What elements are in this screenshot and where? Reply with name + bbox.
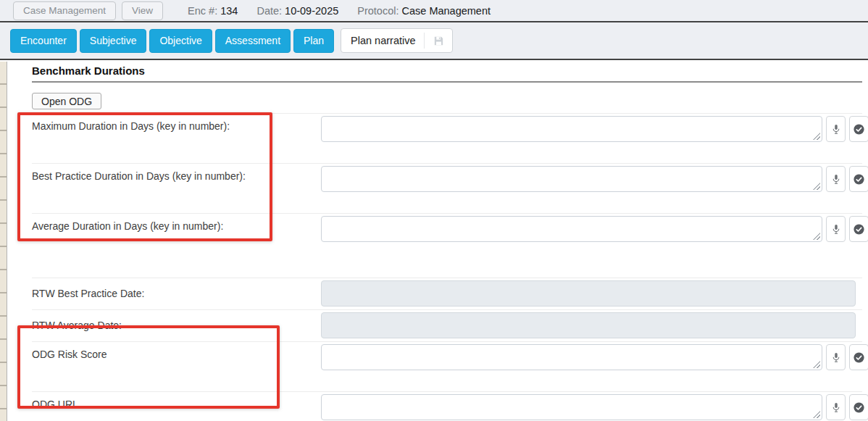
confirm-button[interactable] (849, 216, 868, 242)
check-circle-icon (853, 123, 865, 136)
case-management-button[interactable]: Case Management (13, 1, 116, 20)
plan-narrative-button[interactable]: Plan narrative (341, 28, 452, 53)
field-label: Average Duration in Days (key in number)… (32, 214, 321, 263)
dictate-button[interactable] (826, 394, 846, 420)
enc-label: Enc #: (188, 5, 217, 17)
confirm-button[interactable] (849, 166, 868, 192)
tab-encounter[interactable]: Encounter (10, 29, 77, 53)
check-circle-icon (853, 223, 865, 235)
maximum-duration-input[interactable] (321, 116, 822, 142)
enc-value: 134 (220, 5, 238, 17)
confirm-button[interactable] (849, 394, 868, 420)
open-odg-button[interactable]: Open ODG (32, 93, 101, 109)
field-label: Best Practice Duration in Days (key in n… (32, 164, 321, 213)
textarea-wrap (321, 166, 822, 192)
textarea-wrap (321, 116, 822, 142)
confirm-button[interactable] (849, 116, 868, 142)
textarea-wrap (321, 216, 822, 242)
dictate-button[interactable] (826, 216, 846, 242)
average-duration-input[interactable] (321, 216, 822, 242)
tab-subjective[interactable]: Subjective (80, 29, 147, 53)
save-icon (433, 35, 445, 47)
dictate-button[interactable] (826, 344, 846, 370)
field-label: Maximum Duration in Days (key in number)… (32, 114, 321, 163)
microphone-icon (831, 401, 841, 414)
textarea-wrap (321, 344, 822, 370)
odg-risk-score-input[interactable] (321, 344, 822, 370)
check-circle-icon (853, 401, 865, 414)
microphone-icon (831, 223, 841, 235)
plan-narrative-label: Plan narrative (351, 35, 415, 46)
protocol: Protocol:Case Management (357, 5, 491, 17)
view-button[interactable]: View (122, 1, 163, 20)
microphone-icon (831, 351, 841, 364)
microphone-icon (831, 123, 841, 136)
soap-tab-bar: Encounter Subjective Objective Assessmen… (0, 22, 868, 60)
form-row-odg-url: ODG URL (32, 391, 862, 421)
field-label: ODG Risk Score (32, 342, 321, 391)
check-circle-icon (853, 173, 865, 186)
confirm-button[interactable] (849, 344, 868, 370)
dictate-button[interactable] (826, 166, 846, 192)
textarea-wrap (321, 394, 822, 420)
odg-url-input[interactable] (321, 394, 822, 420)
date-label: Date: (256, 5, 282, 17)
field-label: RTW Best Practice Date: (32, 278, 321, 309)
form-row-rtw-average-date: RTW Average Date: (32, 309, 862, 341)
best-practice-duration-input[interactable] (321, 166, 822, 192)
form-row-maximum-duration: Maximum Duration in Days (key in number)… (32, 113, 862, 163)
tab-assessment[interactable]: Assessment (215, 29, 291, 53)
field-label: RTW Average Date: (32, 310, 321, 341)
form-row-best-practice-duration: Best Practice Duration in Days (key in n… (32, 163, 862, 213)
form-row-odg-risk-score: ODG Risk Score (32, 341, 862, 391)
encounter-date: Date:10-09-2025 (256, 5, 338, 17)
protocol-label: Protocol: (357, 5, 398, 17)
protocol-value: Case Management (402, 5, 491, 17)
button-divider (424, 33, 425, 49)
form-row-rtw-best-practice-date: RTW Best Practice Date: (32, 278, 862, 309)
encounter-number: Enc #:134 (188, 5, 238, 17)
tab-plan[interactable]: Plan (293, 29, 334, 53)
rtw-best-practice-date-input (321, 280, 856, 307)
field-label: ODG URL (32, 392, 321, 421)
benchmark-form: Maximum Duration in Days (key in number)… (32, 113, 862, 421)
date-value: 10-09-2025 (285, 5, 338, 17)
check-circle-icon (853, 351, 865, 364)
tab-objective[interactable]: Objective (149, 29, 212, 53)
rtw-average-date-input (321, 312, 856, 338)
plan-panel: Benchmark Durations Open ODG Maximum Dur… (0, 60, 868, 421)
window-header-bar: Case Management View Enc #:134 Date:10-0… (0, 0, 868, 22)
section-title: Benchmark Durations (32, 64, 862, 83)
microphone-icon (831, 173, 841, 186)
dictate-button[interactable] (826, 116, 846, 142)
form-row-average-duration: Average Duration in Days (key in number)… (32, 213, 862, 263)
